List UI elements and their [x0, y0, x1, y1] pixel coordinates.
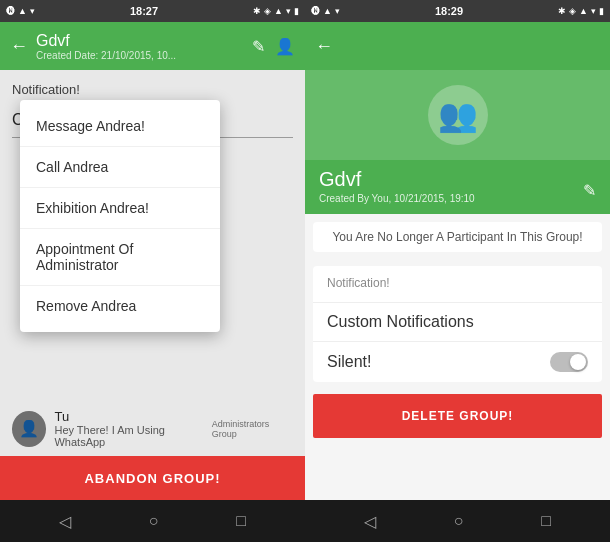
chat-item: 👤 Tu Hey There! I Am Using WhatsApp Admi… [8, 401, 297, 456]
dropdown-item-2[interactable]: Exhibition Andrea! [20, 188, 220, 229]
header-left: ← Gdvf Created Date: 21/10/2015, 10... ✎… [0, 22, 305, 70]
dropdown-item-0[interactable]: Message Andrea! [20, 106, 220, 147]
signal2-icon-right: ▲ [579, 6, 588, 16]
group-avatar-large: 👥 [428, 85, 488, 145]
group-subtitle-left: Created Date: 21/10/2015, 10... [36, 50, 244, 61]
nav-home-right[interactable]: ○ [454, 512, 464, 530]
group-title-left: Gdvf [36, 32, 244, 50]
wifi2-icon: ▾ [286, 6, 291, 16]
person-icon-left[interactable]: 👤 [275, 37, 295, 56]
abandon-group-button[interactable]: ABANDON GROUP! [0, 456, 305, 500]
silent-label: Silent! [327, 353, 371, 371]
bluetooth-icon-right: ✱ [558, 6, 566, 16]
wifi-icon-right: ▾ [335, 6, 340, 16]
battery-icon-right: ▮ [599, 6, 604, 16]
chat-meta: Administrators Group [212, 419, 293, 439]
header-actions-left: ✎ 👤 [252, 37, 295, 56]
status-icons-left: 🅦 ▲ ▾ [6, 6, 35, 16]
nav-back-left[interactable]: ◁ [59, 512, 71, 531]
nfc-icon-right: ◈ [569, 6, 576, 16]
back-button-right[interactable]: ← [315, 36, 333, 57]
custom-notifications-value: Custom Notifications [327, 313, 588, 331]
left-panel: 🅦 ▲ ▾ 18:27 ✱ ◈ ▲ ▾ ▮ ← Gdvf Created Dat… [0, 0, 305, 542]
header-right: ← [305, 22, 610, 70]
dropdown-item-1[interactable]: Call Andrea [20, 147, 220, 188]
group-banner: 👥 [305, 70, 610, 160]
nav-back-right[interactable]: ◁ [364, 512, 376, 531]
dropdown-item-3[interactable]: Appointment Of Administrator [20, 229, 220, 286]
group-info-section: Gdvf Created By You, 10/21/2015, 19:10 ✎ [305, 160, 610, 214]
signal2-icon: ▲ [274, 6, 283, 16]
dropdown-menu: Message Andrea! Call Andrea Exhibition A… [20, 100, 220, 332]
bluetooth-icon: ✱ [253, 6, 261, 16]
participant-notice: You Are No Longer A Participant In This … [313, 222, 602, 252]
signal-icon: ▲ [18, 6, 27, 16]
edit-icon-left[interactable]: ✎ [252, 37, 265, 56]
whatsapp-icon: 🅦 [6, 6, 15, 16]
time-left: 18:27 [130, 5, 158, 17]
chat-message: Hey There! I Am Using WhatsApp [54, 424, 211, 448]
right-panel: 🅦 ▲ ▾ 18:29 ✱ ◈ ▲ ▾ ▮ ← 👥 Gdvf Created B… [305, 0, 610, 542]
edit-icon-right[interactable]: ✎ [583, 181, 596, 200]
back-button-left[interactable]: ← [10, 36, 28, 57]
custom-notifications-row[interactable]: Custom Notifications [313, 303, 602, 342]
time-right: 18:29 [435, 5, 463, 17]
silent-toggle[interactable] [550, 352, 588, 372]
nav-bar-left: ◁ ○ □ [0, 500, 305, 542]
settings-section: Notification! Custom Notifications Silen… [313, 266, 602, 382]
wifi2-icon-right: ▾ [591, 6, 596, 16]
notification-row: Notification! [313, 266, 602, 303]
chat-list-left: 👤 Tu Hey There! I Am Using WhatsApp Admi… [0, 401, 305, 456]
signal-icon-right: ▲ [323, 6, 332, 16]
group-name-area: Gdvf Created By You, 10/21/2015, 19:10 [319, 168, 475, 204]
header-title-area: Gdvf Created Date: 21/10/2015, 10... [36, 32, 244, 61]
chat-text: Tu Hey There! I Am Using WhatsApp [54, 409, 211, 448]
status-bar-left: 🅦 ▲ ▾ 18:27 ✱ ◈ ▲ ▾ ▮ [0, 0, 305, 22]
nav-bar-right: ◁ ○ □ [305, 500, 610, 542]
silent-row: Silent! [313, 342, 602, 382]
chat-name: Tu [54, 409, 211, 424]
chat-avatar: 👤 [12, 411, 46, 447]
nav-home-left[interactable]: ○ [149, 512, 159, 530]
right-status-icons-right: ✱ ◈ ▲ ▾ ▮ [558, 6, 604, 16]
group-name-right: Gdvf [319, 168, 475, 191]
notification-label-right: Notification! [327, 276, 588, 290]
group-avatar-icon: 👥 [438, 96, 478, 134]
wifi-icon: ▾ [30, 6, 35, 16]
nav-square-right[interactable]: □ [541, 512, 551, 530]
group-created-right: Created By You, 10/21/2015, 19:10 [319, 193, 475, 204]
status-bar-right: 🅦 ▲ ▾ 18:29 ✱ ◈ ▲ ▾ ▮ [305, 0, 610, 22]
delete-group-button[interactable]: DELETE GROUP! [313, 394, 602, 438]
whatsapp-icon-right: 🅦 [311, 6, 320, 16]
notification-label-left: Notification! [12, 82, 293, 97]
right-status-icons-left: ✱ ◈ ▲ ▾ ▮ [253, 6, 299, 16]
dropdown-item-4[interactable]: Remove Andrea [20, 286, 220, 326]
battery-icon: ▮ [294, 6, 299, 16]
status-icons-right: 🅦 ▲ ▾ [311, 6, 340, 16]
nfc-icon: ◈ [264, 6, 271, 16]
nav-square-left[interactable]: □ [236, 512, 246, 530]
